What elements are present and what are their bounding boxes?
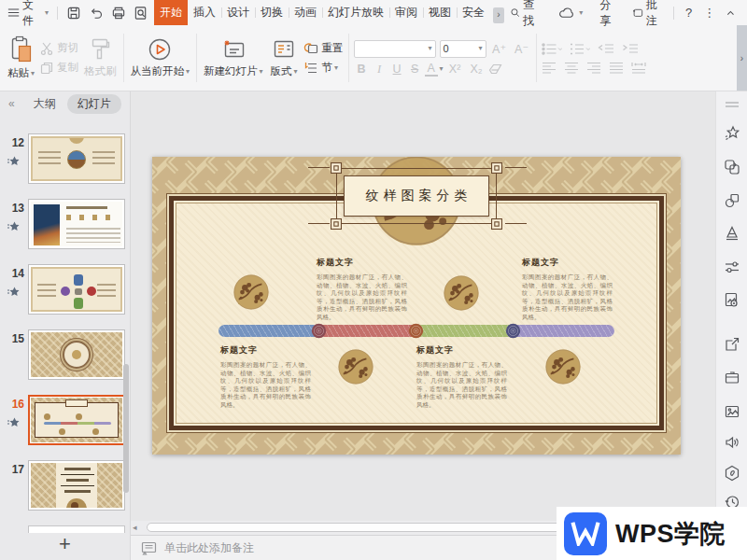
underline-button[interactable]: U	[389, 63, 405, 76]
drag-handle-icon[interactable]	[724, 101, 740, 108]
tab-security[interactable]: 安全	[457, 0, 490, 25]
floral-medallion	[233, 274, 269, 310]
play-icon	[148, 37, 172, 62]
hamburger-icon	[7, 7, 20, 19]
section-button[interactable]: 节▾	[303, 61, 344, 75]
wps-academy-watermark: WPS学院	[557, 507, 747, 560]
collapse-ribbon-button[interactable]	[726, 8, 736, 18]
slide-thumbnail-13[interactable]: 13	[0, 199, 131, 249]
wps-logo-icon	[564, 512, 607, 555]
ribbon-tabs: 开始 插入 设计 切换 动画 幻灯片放映 审阅 视图 安全	[154, 0, 490, 25]
tab-view[interactable]: 视图	[423, 0, 457, 25]
align-left-button[interactable]	[542, 62, 557, 74]
notes-placeholder: 单击此处添加备注	[164, 540, 254, 556]
slide-thumbnail-15[interactable]: 15	[0, 329, 131, 380]
add-slide-button[interactable]: +	[0, 532, 130, 558]
decrease-font-button[interactable]: A⁻	[513, 42, 531, 56]
chevron-down-icon: ▾	[440, 65, 444, 73]
play-from-current-button[interactable]: 从当前开始▾	[127, 25, 194, 91]
image-tools-icon[interactable]	[724, 291, 740, 308]
copy-button[interactable]: 复制	[40, 61, 78, 75]
slide-thumbnail-14[interactable]: 14	[0, 264, 131, 315]
clear-format-icon[interactable]	[488, 63, 503, 76]
wordart-icon[interactable]	[724, 225, 740, 242]
corner-ornament-icon	[491, 218, 502, 230]
new-slide-button[interactable]: 新建幻灯片▾	[200, 25, 267, 91]
slide-thumbnail-16-selected[interactable]: 16	[0, 395, 131, 445]
object-properties-icon[interactable]	[724, 259, 740, 275]
font-size-select[interactable]: 0▾	[440, 40, 486, 58]
paste-button[interactable]: 粘贴▾	[4, 25, 38, 91]
wps-academy-label: WPS学院	[615, 517, 726, 551]
tab-review[interactable]: 审阅	[389, 0, 423, 25]
beautify-star-icon[interactable]	[724, 125, 740, 142]
section-top-right[interactable]: 标题文字 彩陶图案的题材广泛，有人物、动物、植物、水波、火焰、编织纹、几何纹以及…	[522, 257, 613, 321]
numbered-list-button[interactable]	[570, 43, 590, 55]
slide-thumbnail-12[interactable]: 12	[0, 133, 131, 184]
distribute-text-button[interactable]	[631, 62, 646, 74]
slide-thumbnail-17[interactable]: 17	[0, 460, 131, 511]
more-options-button[interactable]: ⋮	[698, 6, 720, 20]
undo-button[interactable]	[85, 0, 107, 25]
cut-button[interactable]: 剪切	[40, 41, 78, 55]
tab-home[interactable]: 开始	[154, 0, 188, 25]
help-button[interactable]: ?	[681, 6, 697, 20]
align-right-button[interactable]	[586, 62, 601, 74]
file-menu-label: 文件	[22, 0, 42, 29]
print-preview-button[interactable]	[130, 0, 152, 25]
tab-outline[interactable]: 大纲	[34, 96, 56, 112]
notes-icon	[141, 541, 157, 555]
convert-slides-icon[interactable]	[724, 159, 740, 175]
align-center-button[interactable]	[564, 62, 579, 74]
save-button[interactable]	[63, 0, 85, 25]
format-painter-button[interactable]: 格式刷	[80, 25, 120, 91]
justify-button[interactable]	[609, 62, 624, 74]
slide-thumbnail-panel: « 大纲 幻灯片 12 13	[0, 91, 131, 560]
comment-button[interactable]: 批注	[628, 0, 667, 25]
bold-button[interactable]: B	[354, 63, 370, 76]
increase-font-button[interactable]: A⁺	[490, 42, 509, 56]
slide-editor-area[interactable]: 纹样图案分类 标题文字 彩陶图案的题材广泛，有人物、动物、植物、水波、火焰、编织…	[152, 157, 681, 455]
increase-indent-button[interactable]	[622, 43, 639, 55]
italic-button[interactable]: I	[372, 63, 388, 77]
tab-animation[interactable]: 动画	[289, 0, 322, 25]
find-button[interactable]: 查找	[506, 0, 543, 25]
decrease-indent-button[interactable]	[598, 43, 614, 55]
font-name-select[interactable]: ▾	[354, 40, 436, 58]
bullet-list-button[interactable]	[542, 43, 562, 55]
toolbar-expand-strip[interactable]: ›	[737, 25, 747, 91]
panel-scrollbar[interactable]	[123, 364, 129, 493]
share-button[interactable]: 分享	[596, 0, 621, 25]
tab-transitions[interactable]: 切换	[255, 0, 289, 25]
slide-title[interactable]: 纹样图案分类	[344, 175, 489, 217]
main-menu-button[interactable]: 文件 ▾	[4, 0, 52, 25]
section-top-left[interactable]: 标题文字 彩陶图案的题材广泛，有人物、动物、植物、水波、火焰、编织纹、几何纹以及…	[317, 257, 407, 321]
tab-slideshow[interactable]: 幻灯片放映	[322, 0, 389, 25]
collapse-panel-button[interactable]: «	[8, 97, 13, 110]
subscript-button[interactable]: X₂	[467, 63, 486, 76]
tab-design[interactable]: 设计	[221, 0, 255, 25]
chevron-right-icon: ›	[740, 53, 743, 63]
layout-button[interactable]: 版式▾	[267, 25, 302, 91]
print-button[interactable]	[107, 0, 130, 25]
picture-icon[interactable]	[724, 403, 740, 420]
scroll-left-arrow[interactable]: ◂	[133, 523, 137, 532]
new-slide-icon	[220, 37, 247, 62]
chevron-down-icon: ▾	[31, 70, 35, 77]
cloud-sync-button[interactable]: ▾	[555, 0, 586, 25]
more-tabs-button[interactable]: ›	[493, 7, 504, 23]
reset-button[interactable]: 重置	[303, 41, 344, 55]
font-color-button[interactable]: A	[425, 63, 438, 77]
shapes-icon[interactable]	[724, 192, 740, 209]
share-export-icon[interactable]	[724, 336, 740, 353]
strikethrough-button[interactable]: S	[407, 63, 423, 76]
audio-icon[interactable]	[724, 434, 740, 451]
toolbox-icon[interactable]	[724, 369, 740, 385]
section-bottom-left[interactable]: 标题文字 彩陶图案的题材广泛，有人物、动物、植物、水波、火焰、编织纹、几何纹以及…	[220, 344, 311, 409]
tab-slides[interactable]: 幻灯片	[67, 94, 121, 114]
ink-signature-icon[interactable]	[724, 465, 740, 482]
corner-ornament-icon	[331, 162, 342, 174]
superscript-button[interactable]: X²	[445, 63, 465, 76]
tab-insert[interactable]: 插入	[188, 0, 221, 25]
section-bottom-right[interactable]: 标题文字 彩陶图案的题材广泛，有人物、动物、植物、水波、火焰、编织纹、几何纹以及…	[416, 344, 507, 409]
